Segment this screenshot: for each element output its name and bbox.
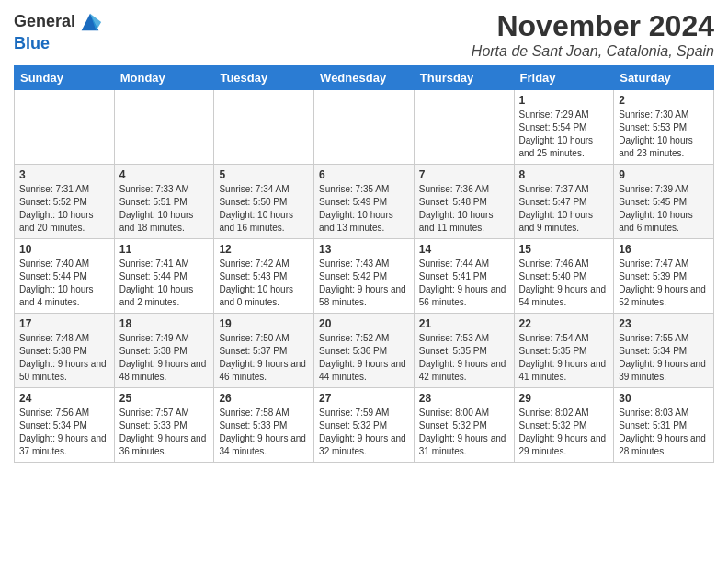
- logo-icon: [77, 9, 103, 35]
- calendar-cell: 15Sunrise: 7:46 AM Sunset: 5:40 PM Dayli…: [514, 239, 614, 314]
- day-info: Sunrise: 7:33 AM Sunset: 5:51 PM Dayligh…: [119, 183, 210, 235]
- calendar-cell: 8Sunrise: 7:37 AM Sunset: 5:47 PM Daylig…: [514, 165, 614, 239]
- day-number: 12: [219, 243, 309, 256]
- calendar-cell: [114, 90, 214, 165]
- day-number: 10: [19, 243, 109, 256]
- logo: General Blue: [14, 9, 103, 53]
- day-info: Sunrise: 7:46 AM Sunset: 5:40 PM Dayligh…: [519, 258, 609, 309]
- day-info: Sunrise: 7:35 AM Sunset: 5:49 PM Dayligh…: [319, 183, 409, 235]
- day-number: 17: [19, 317, 109, 330]
- day-info: Sunrise: 8:03 AM Sunset: 5:31 PM Dayligh…: [619, 407, 709, 458]
- day-info: Sunrise: 7:39 AM Sunset: 5:45 PM Dayligh…: [619, 183, 709, 235]
- day-info: Sunrise: 7:40 AM Sunset: 5:44 PM Dayligh…: [19, 258, 109, 309]
- day-info: Sunrise: 7:41 AM Sunset: 5:44 PM Dayligh…: [119, 258, 210, 309]
- day-info: Sunrise: 7:55 AM Sunset: 5:34 PM Dayligh…: [619, 332, 709, 384]
- calendar-cell: 25Sunrise: 7:57 AM Sunset: 5:33 PM Dayli…: [114, 388, 214, 463]
- day-info: Sunrise: 8:02 AM Sunset: 5:32 PM Dayligh…: [519, 407, 609, 458]
- day-info: Sunrise: 7:58 AM Sunset: 5:33 PM Dayligh…: [219, 407, 309, 458]
- calendar-cell: [414, 90, 514, 165]
- calendar-cell: 22Sunrise: 7:54 AM Sunset: 5:35 PM Dayli…: [514, 314, 614, 388]
- day-number: 23: [619, 317, 709, 330]
- calendar-cell: 7Sunrise: 7:36 AM Sunset: 5:48 PM Daylig…: [414, 165, 514, 239]
- day-number: 1: [519, 94, 609, 107]
- day-info: Sunrise: 7:57 AM Sunset: 5:33 PM Dayligh…: [119, 407, 210, 458]
- day-info: Sunrise: 7:50 AM Sunset: 5:37 PM Dayligh…: [219, 332, 309, 384]
- calendar-cell: 28Sunrise: 8:00 AM Sunset: 5:32 PM Dayli…: [414, 388, 514, 463]
- title-block: November 2024 Horta de Sant Joan, Catalo…: [472, 9, 714, 60]
- calendar-week-row: 1Sunrise: 7:29 AM Sunset: 5:54 PM Daylig…: [15, 90, 714, 165]
- calendar-weekday-wednesday: Wednesday: [314, 66, 415, 90]
- calendar-week-row: 3Sunrise: 7:31 AM Sunset: 5:52 PM Daylig…: [15, 165, 714, 239]
- calendar-cell: 17Sunrise: 7:48 AM Sunset: 5:38 PM Dayli…: [15, 314, 115, 388]
- day-info: Sunrise: 7:30 AM Sunset: 5:53 PM Dayligh…: [619, 109, 709, 160]
- day-number: 13: [319, 243, 409, 256]
- calendar-weekday-monday: Monday: [114, 66, 214, 90]
- calendar-cell: 10Sunrise: 7:40 AM Sunset: 5:44 PM Dayli…: [15, 239, 115, 314]
- logo-general-text: General: [14, 13, 75, 31]
- day-number: 26: [219, 392, 309, 405]
- day-number: 9: [619, 168, 709, 181]
- calendar-weekday-tuesday: Tuesday: [214, 66, 314, 90]
- day-info: Sunrise: 7:52 AM Sunset: 5:36 PM Dayligh…: [319, 332, 409, 384]
- calendar-cell: 21Sunrise: 7:53 AM Sunset: 5:35 PM Dayli…: [414, 314, 514, 388]
- calendar-week-row: 10Sunrise: 7:40 AM Sunset: 5:44 PM Dayli…: [15, 239, 714, 314]
- calendar-cell: 26Sunrise: 7:58 AM Sunset: 5:33 PM Dayli…: [214, 388, 314, 463]
- day-info: Sunrise: 7:53 AM Sunset: 5:35 PM Dayligh…: [419, 332, 509, 384]
- calendar-cell: [314, 90, 415, 165]
- day-info: Sunrise: 7:37 AM Sunset: 5:47 PM Dayligh…: [519, 183, 609, 235]
- day-number: 2: [619, 94, 709, 107]
- calendar-cell: 23Sunrise: 7:55 AM Sunset: 5:34 PM Dayli…: [614, 314, 714, 388]
- calendar-cell: 29Sunrise: 8:02 AM Sunset: 5:32 PM Dayli…: [514, 388, 614, 463]
- calendar-table: SundayMondayTuesdayWednesdayThursdayFrid…: [14, 65, 714, 463]
- calendar-cell: 5Sunrise: 7:34 AM Sunset: 5:50 PM Daylig…: [214, 165, 314, 239]
- calendar-weekday-saturday: Saturday: [614, 66, 714, 90]
- calendar-cell: 30Sunrise: 8:03 AM Sunset: 5:31 PM Dayli…: [614, 388, 714, 463]
- calendar-cell: [214, 90, 314, 165]
- day-info: Sunrise: 7:44 AM Sunset: 5:41 PM Dayligh…: [419, 258, 509, 309]
- day-number: 25: [119, 392, 210, 405]
- calendar-weekday-sunday: Sunday: [15, 66, 115, 90]
- day-number: 18: [119, 317, 210, 330]
- day-info: Sunrise: 7:47 AM Sunset: 5:39 PM Dayligh…: [619, 258, 709, 309]
- day-info: Sunrise: 7:34 AM Sunset: 5:50 PM Dayligh…: [219, 183, 309, 235]
- day-number: 15: [519, 243, 609, 256]
- calendar-weekday-thursday: Thursday: [414, 66, 514, 90]
- day-number: 14: [419, 243, 509, 256]
- day-number: 8: [519, 168, 609, 181]
- day-info: Sunrise: 7:42 AM Sunset: 5:43 PM Dayligh…: [219, 258, 309, 309]
- location: Horta de Sant Joan, Catalonia, Spain: [472, 43, 714, 60]
- day-info: Sunrise: 7:48 AM Sunset: 5:38 PM Dayligh…: [19, 332, 109, 384]
- calendar-weekday-friday: Friday: [514, 66, 614, 90]
- day-info: Sunrise: 7:59 AM Sunset: 5:32 PM Dayligh…: [319, 407, 409, 458]
- calendar-cell: 16Sunrise: 7:47 AM Sunset: 5:39 PM Dayli…: [614, 239, 714, 314]
- calendar-cell: 19Sunrise: 7:50 AM Sunset: 5:37 PM Dayli…: [214, 314, 314, 388]
- day-number: 5: [219, 168, 309, 181]
- day-number: 21: [419, 317, 509, 330]
- calendar-cell: 12Sunrise: 7:42 AM Sunset: 5:43 PM Dayli…: [214, 239, 314, 314]
- day-info: Sunrise: 8:00 AM Sunset: 5:32 PM Dayligh…: [419, 407, 509, 458]
- day-info: Sunrise: 7:43 AM Sunset: 5:42 PM Dayligh…: [319, 258, 409, 309]
- day-info: Sunrise: 7:49 AM Sunset: 5:38 PM Dayligh…: [119, 332, 210, 384]
- day-number: 29: [519, 392, 609, 405]
- month-title: November 2024: [472, 9, 714, 43]
- day-number: 30: [619, 392, 709, 405]
- calendar-cell: 18Sunrise: 7:49 AM Sunset: 5:38 PM Dayli…: [114, 314, 214, 388]
- logo-blue-text: Blue: [14, 35, 103, 53]
- day-number: 7: [419, 168, 509, 181]
- calendar-header-row: SundayMondayTuesdayWednesdayThursdayFrid…: [15, 66, 714, 90]
- calendar-cell: 11Sunrise: 7:41 AM Sunset: 5:44 PM Dayli…: [114, 239, 214, 314]
- calendar-cell: 6Sunrise: 7:35 AM Sunset: 5:49 PM Daylig…: [314, 165, 415, 239]
- day-info: Sunrise: 7:54 AM Sunset: 5:35 PM Dayligh…: [519, 332, 609, 384]
- day-number: 27: [319, 392, 409, 405]
- calendar-cell: 2Sunrise: 7:30 AM Sunset: 5:53 PM Daylig…: [614, 90, 714, 165]
- day-number: 16: [619, 243, 709, 256]
- day-number: 19: [219, 317, 309, 330]
- day-number: 22: [519, 317, 609, 330]
- calendar-cell: 14Sunrise: 7:44 AM Sunset: 5:41 PM Dayli…: [414, 239, 514, 314]
- day-number: 28: [419, 392, 509, 405]
- day-info: Sunrise: 7:31 AM Sunset: 5:52 PM Dayligh…: [19, 183, 109, 235]
- calendar-cell: 3Sunrise: 7:31 AM Sunset: 5:52 PM Daylig…: [15, 165, 115, 239]
- day-number: 20: [319, 317, 409, 330]
- calendar-cell: 9Sunrise: 7:39 AM Sunset: 5:45 PM Daylig…: [614, 165, 714, 239]
- calendar-week-row: 24Sunrise: 7:56 AM Sunset: 5:34 PM Dayli…: [15, 388, 714, 463]
